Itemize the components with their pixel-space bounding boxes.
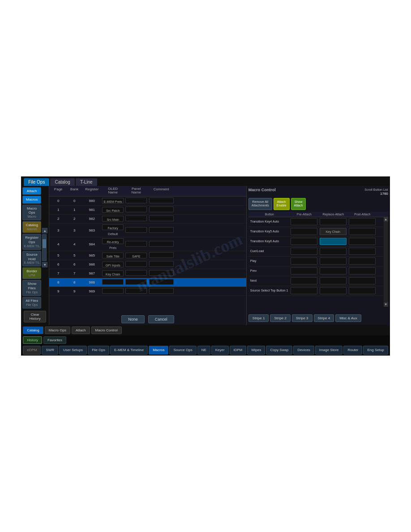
th-panel: PanelName bbox=[124, 187, 148, 195]
table-rows: 0 0 980 E-MEM Prels 1 1 981 Src Patch 2 … bbox=[49, 197, 246, 313]
bottom-nav-tab-history[interactable]: History bbox=[23, 336, 42, 344]
table-row[interactable]: 9 9 989 bbox=[49, 287, 246, 296]
sidebar-btn-register-ops[interactable]: Register Ops E-MEM T/L bbox=[22, 234, 41, 250]
sidebar-scroll-up[interactable]: ▲ bbox=[42, 228, 47, 233]
main-tab-image-store[interactable]: Image Store bbox=[315, 346, 343, 355]
table-row[interactable]: 0 0 980 E-MEM Prels bbox=[49, 197, 246, 206]
stripe-button[interactable]: Misc & Aux bbox=[335, 314, 361, 322]
table-row[interactable]: 8 8 988 bbox=[49, 278, 246, 287]
attach-scroll-up[interactable]: ▲ bbox=[384, 217, 388, 222]
attach-scroll-down[interactable]: ▼ bbox=[384, 302, 388, 307]
main-tab-swr[interactable]: SWR bbox=[42, 346, 58, 355]
left-sidebar: Attach Macros Macro Ops Macro Catalog Ma… bbox=[21, 186, 49, 325]
ah-button: Button bbox=[249, 213, 290, 216]
th-oled: OLEDName bbox=[101, 187, 124, 195]
th-page: Page bbox=[50, 187, 66, 195]
sidebar-btn-show-files[interactable]: Show Files File Ops bbox=[22, 280, 41, 296]
stripe-button[interactable]: Stripe 1 bbox=[248, 314, 269, 322]
history-favs: HistoryFavorites bbox=[23, 336, 66, 344]
ah-post: Post-Attach bbox=[348, 213, 377, 216]
main-tab-user-setups[interactable]: User Setups bbox=[59, 346, 87, 355]
table-bottom-buttons: None Cancel bbox=[49, 313, 246, 325]
th-register: Register bbox=[82, 187, 101, 195]
macro-top-buttons: Remove AllAttachments AttachEnable ShowA… bbox=[248, 198, 388, 210]
attach-row[interactable]: Cue/Load bbox=[248, 247, 388, 257]
ui-wrapper: manualslib.com File Ops Catalog T-Line A… bbox=[21, 176, 390, 356]
attach-row[interactable]: Next bbox=[248, 276, 388, 286]
sidebar-scroll-down[interactable]: ▼ bbox=[42, 262, 47, 267]
none-button[interactable]: None bbox=[121, 315, 145, 323]
catalog-tab-catalog[interactable]: Catalog bbox=[23, 326, 43, 334]
sidebar-btn-attach[interactable]: Attach bbox=[22, 187, 41, 195]
full-ui: File Ops Catalog T-Line Attach Macros Ma… bbox=[21, 176, 390, 356]
th-comment: Comment bbox=[148, 187, 175, 195]
main-tab-e-mem-&-timeline[interactable]: E-MEM & Timeline bbox=[110, 346, 148, 355]
table-row[interactable]: 2 2 982 Src Main bbox=[49, 215, 246, 223]
ah-pre: Pre-Attach bbox=[290, 213, 319, 216]
macro-control-title: Macro Control bbox=[248, 188, 276, 192]
main-tab-edpm[interactable]: eDPM bbox=[23, 346, 41, 355]
main-tab-macros[interactable]: Macros bbox=[149, 346, 168, 355]
main-tab-keyer[interactable]: Keyer bbox=[211, 346, 229, 355]
attach-scroll: ▲ ▼ bbox=[384, 217, 388, 307]
attach-table-header: Button Pre-Attach Replace-Attach Post-At… bbox=[248, 212, 388, 217]
tab-file-ops[interactable]: File Ops bbox=[24, 178, 49, 186]
bottom-nav-tab-favorites[interactable]: Favorites bbox=[43, 336, 66, 344]
main-tabs-row: eDPMSWRUser SetupsFile OpsE-MEM & Timeli… bbox=[21, 345, 390, 356]
main-tab-wipes[interactable]: Wipes bbox=[247, 346, 265, 355]
center-panel: Page Bank Register OLEDName PanelName Co… bbox=[49, 186, 247, 325]
bottom-nav-row: HistoryFavorites bbox=[21, 335, 390, 345]
sidebar-btn-macro-ops[interactable]: Macro Ops Macro bbox=[22, 205, 41, 221]
main-tab-eng-setup[interactable]: Eng Setup bbox=[363, 346, 388, 355]
attach-row[interactable]: Source Select Top Button 1 bbox=[248, 286, 388, 296]
ah-replace: Replace-Attach bbox=[319, 213, 348, 216]
macro-control-header: Macro Control Scroll Button List 1760 bbox=[248, 188, 388, 196]
table-row[interactable]: 6 6 986 GPI Inputs bbox=[49, 260, 246, 269]
table-row[interactable]: 1 1 981 Src Patch bbox=[49, 206, 246, 215]
main-tab-file-ops[interactable]: File Ops bbox=[88, 346, 109, 355]
attach-row[interactable]: Transition Key4 Auto bbox=[248, 217, 388, 227]
table-row[interactable]: 5 5 985 Safe Title SAFE bbox=[49, 251, 246, 260]
main-tab-devices[interactable]: Devices bbox=[293, 346, 314, 355]
sidebar-btn-macros[interactable]: Macros bbox=[22, 196, 41, 204]
attach-row[interactable]: Transition Key5 Auto Key Chain bbox=[248, 227, 388, 237]
attach-enable-button[interactable]: AttachEnable bbox=[274, 198, 290, 210]
remove-all-attachments-button[interactable]: Remove AllAttachments bbox=[248, 198, 272, 210]
main-tab-copy-swap[interactable]: Copy Swap bbox=[266, 346, 292, 355]
table-header: Page Bank Register OLEDName PanelName Co… bbox=[49, 186, 246, 197]
attach-row[interactable]: Transition Key6 Auto bbox=[248, 237, 388, 247]
show-attach-button[interactable]: ShowAttach bbox=[291, 198, 306, 210]
tab-catalog[interactable]: Catalog bbox=[50, 178, 74, 186]
catalog-tab-macro-ops[interactable]: Macro Ops bbox=[45, 326, 70, 334]
stripe-button[interactable]: Stripe 2 bbox=[270, 314, 291, 322]
tab-t-line[interactable]: T-Line bbox=[76, 178, 97, 186]
catalog-tab-attach[interactable]: Attach bbox=[72, 326, 90, 334]
table-row[interactable]: 7 7 987 Key Chain bbox=[49, 269, 246, 278]
attach-rows: Transition Key4 Auto Transition Key5 Aut… bbox=[248, 217, 388, 307]
sidebar-btn-border[interactable]: Border LPM bbox=[22, 267, 41, 279]
scroll-button-list-label: Scroll Button List 1760 bbox=[364, 188, 388, 196]
catalog-tab-macro-control[interactable]: Macro Control bbox=[91, 326, 122, 334]
catalog-tabs-row: CatalogMacro OpsAttachMacro Control bbox=[21, 325, 390, 335]
table-row[interactable]: 3 3 983 Factory Default bbox=[49, 223, 246, 237]
main-tab-idpm[interactable]: iDPM bbox=[230, 346, 247, 355]
stripe-buttons: Stripe 1Stripe 2Stripe 3Stripe 4Misc & A… bbox=[248, 313, 388, 323]
attach-row[interactable]: Prev bbox=[248, 266, 388, 276]
main-tab-router[interactable]: Router bbox=[343, 346, 362, 355]
main-content-row: Attach Macros Macro Ops Macro Catalog Ma… bbox=[21, 186, 390, 325]
attach-row[interactable]: Play bbox=[248, 257, 388, 266]
th-bank: Bank bbox=[66, 187, 82, 195]
sidebar-btn-all-files[interactable]: All Files File Ops bbox=[22, 297, 41, 309]
sidebar-btn-source-hold[interactable]: Source Hold E-MEM T/L bbox=[22, 251, 41, 267]
stripe-button[interactable]: Stripe 4 bbox=[314, 314, 334, 322]
clear-history-button[interactable]: Clear History bbox=[24, 311, 46, 322]
top-tab-bar: File Ops Catalog T-Line bbox=[21, 176, 390, 186]
main-tab-ne[interactable]: NE bbox=[197, 346, 210, 355]
cancel-button[interactable]: Cancel bbox=[148, 315, 174, 323]
stripe-button[interactable]: Stripe 3 bbox=[292, 314, 313, 322]
right-panel: Macro Control Scroll Button List 1760 Re… bbox=[247, 186, 390, 325]
table-row[interactable]: 4 4 984 Re-entry Prels bbox=[49, 237, 246, 251]
attach-table: Button Pre-Attach Replace-Attach Post-At… bbox=[248, 212, 388, 313]
main-tab-source-ops[interactable]: Source Ops bbox=[169, 346, 196, 355]
sidebar-btn-catalog[interactable]: Catalog Macros bbox=[22, 221, 41, 233]
